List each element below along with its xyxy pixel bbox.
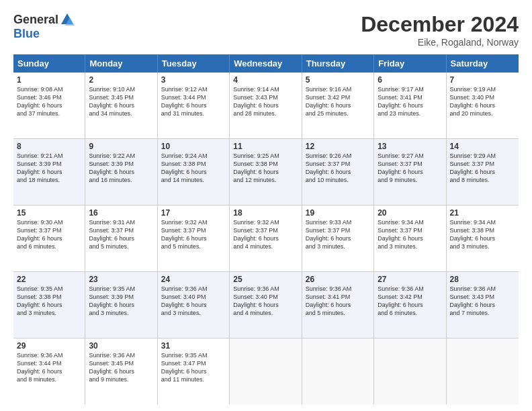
- cal-cell: 27Sunrise: 9:36 AMSunset: 3:42 PMDayligh…: [374, 272, 446, 338]
- cal-week-5: 29Sunrise: 9:36 AMSunset: 3:44 PMDayligh…: [13, 338, 519, 404]
- day-info: Sunrise: 9:31 AMSunset: 3:37 PMDaylight:…: [89, 218, 153, 251]
- day-number: 7: [450, 75, 515, 85]
- day-info: Sunrise: 9:16 AMSunset: 3:42 PMDaylight:…: [306, 85, 370, 118]
- day-info: Sunrise: 9:32 AMSunset: 3:37 PMDaylight:…: [161, 218, 226, 251]
- cal-week-3: 15Sunrise: 9:30 AMSunset: 3:37 PMDayligh…: [13, 205, 519, 272]
- cal-cell: 10Sunrise: 9:24 AMSunset: 3:38 PMDayligh…: [158, 139, 230, 205]
- day-info: Sunrise: 9:32 AMSunset: 3:37 PMDaylight:…: [233, 218, 298, 251]
- cal-cell: 21Sunrise: 9:34 AMSunset: 3:38 PMDayligh…: [447, 205, 519, 271]
- cal-cell: 12Sunrise: 9:26 AMSunset: 3:37 PMDayligh…: [302, 139, 374, 205]
- cal-cell: 20Sunrise: 9:34 AMSunset: 3:37 PMDayligh…: [374, 205, 446, 271]
- day-number: 27: [378, 275, 442, 284]
- cal-week-2: 8Sunrise: 9:21 AMSunset: 3:39 PMDaylight…: [13, 139, 519, 205]
- day-number: 3: [161, 75, 226, 85]
- day-info: Sunrise: 9:17 AMSunset: 3:41 PMDaylight:…: [378, 85, 442, 118]
- cal-header-saturday: Saturday: [447, 54, 519, 73]
- header: General Blue December 2024 Eike, Rogalan…: [13, 12, 519, 48]
- calendar: SundayMondayTuesdayWednesdayThursdayFrid…: [13, 54, 519, 404]
- cal-cell: 8Sunrise: 9:21 AMSunset: 3:39 PMDaylight…: [13, 139, 85, 205]
- logo: General Blue: [13, 12, 75, 41]
- day-info: Sunrise: 9:36 AMSunset: 3:40 PMDaylight:…: [233, 285, 298, 318]
- cal-header-monday: Monday: [85, 54, 157, 73]
- calendar-header-row: SundayMondayTuesdayWednesdayThursdayFrid…: [13, 54, 519, 73]
- day-info: Sunrise: 9:08 AMSunset: 3:46 PMDaylight:…: [17, 85, 81, 118]
- day-info: Sunrise: 9:34 AMSunset: 3:37 PMDaylight:…: [378, 218, 442, 251]
- cal-cell: 5Sunrise: 9:16 AMSunset: 3:42 PMDaylight…: [302, 73, 374, 138]
- cal-cell: 17Sunrise: 9:32 AMSunset: 3:37 PMDayligh…: [158, 205, 230, 271]
- day-info: Sunrise: 9:22 AMSunset: 3:39 PMDaylight:…: [89, 152, 153, 185]
- day-info: Sunrise: 9:29 AMSunset: 3:37 PMDaylight:…: [450, 152, 515, 185]
- cal-cell: 31Sunrise: 9:35 AMSunset: 3:47 PMDayligh…: [158, 338, 230, 404]
- day-info: Sunrise: 9:36 AMSunset: 3:43 PMDaylight:…: [450, 285, 515, 318]
- day-number: 13: [378, 142, 442, 151]
- location: Eike, Rogaland, Norway: [361, 37, 519, 48]
- day-number: 31: [161, 341, 226, 351]
- cal-cell: 30Sunrise: 9:36 AMSunset: 3:45 PMDayligh…: [85, 338, 157, 404]
- day-number: 2: [89, 75, 153, 85]
- day-number: 21: [450, 208, 515, 218]
- cal-cell: 22Sunrise: 9:35 AMSunset: 3:38 PMDayligh…: [13, 272, 85, 338]
- day-number: 16: [89, 208, 153, 218]
- day-info: Sunrise: 9:35 AMSunset: 3:38 PMDaylight:…: [17, 285, 81, 318]
- cal-cell: 19Sunrise: 9:33 AMSunset: 3:37 PMDayligh…: [302, 205, 374, 271]
- day-number: 18: [233, 208, 298, 218]
- day-info: Sunrise: 9:24 AMSunset: 3:38 PMDaylight:…: [161, 152, 226, 185]
- day-info: Sunrise: 9:36 AMSunset: 3:44 PMDaylight:…: [17, 351, 81, 384]
- cal-cell: 26Sunrise: 9:36 AMSunset: 3:41 PMDayligh…: [302, 272, 374, 338]
- day-number: 19: [306, 208, 370, 218]
- day-info: Sunrise: 9:33 AMSunset: 3:37 PMDaylight:…: [306, 218, 370, 251]
- cal-cell: 23Sunrise: 9:35 AMSunset: 3:39 PMDayligh…: [85, 272, 157, 338]
- day-info: Sunrise: 9:34 AMSunset: 3:38 PMDaylight:…: [450, 218, 515, 251]
- cal-cell: [447, 338, 519, 404]
- day-number: 9: [89, 142, 153, 151]
- day-number: 15: [17, 208, 81, 218]
- day-number: 8: [17, 142, 81, 151]
- day-info: Sunrise: 9:30 AMSunset: 3:37 PMDaylight:…: [17, 218, 81, 251]
- day-number: 26: [306, 275, 370, 284]
- day-number: 25: [233, 275, 298, 284]
- month-title: December 2024: [361, 12, 519, 37]
- day-number: 20: [378, 208, 442, 218]
- cal-cell: 14Sunrise: 9:29 AMSunset: 3:37 PMDayligh…: [447, 139, 519, 205]
- day-number: 14: [450, 142, 515, 151]
- day-number: 29: [17, 341, 81, 351]
- cal-cell: 9Sunrise: 9:22 AMSunset: 3:39 PMDaylight…: [85, 139, 157, 205]
- cal-header-friday: Friday: [374, 54, 446, 73]
- cal-week-4: 22Sunrise: 9:35 AMSunset: 3:38 PMDayligh…: [13, 272, 519, 338]
- cal-cell: 15Sunrise: 9:30 AMSunset: 3:37 PMDayligh…: [13, 205, 85, 271]
- day-number: 5: [306, 75, 370, 85]
- day-info: Sunrise: 9:36 AMSunset: 3:40 PMDaylight:…: [161, 285, 226, 318]
- cal-cell: 6Sunrise: 9:17 AMSunset: 3:41 PMDaylight…: [374, 73, 446, 138]
- cal-cell: 24Sunrise: 9:36 AMSunset: 3:40 PMDayligh…: [158, 272, 230, 338]
- cal-cell: 28Sunrise: 9:36 AMSunset: 3:43 PMDayligh…: [447, 272, 519, 338]
- cal-header-tuesday: Tuesday: [158, 54, 230, 73]
- day-info: Sunrise: 9:25 AMSunset: 3:38 PMDaylight:…: [233, 152, 298, 185]
- day-info: Sunrise: 9:10 AMSunset: 3:45 PMDaylight:…: [89, 85, 153, 118]
- cal-cell: [302, 338, 374, 404]
- day-number: 30: [89, 341, 153, 351]
- cal-cell: 1Sunrise: 9:08 AMSunset: 3:46 PMDaylight…: [13, 73, 85, 138]
- day-info: Sunrise: 9:36 AMSunset: 3:45 PMDaylight:…: [89, 351, 153, 384]
- cal-cell: [374, 338, 446, 404]
- day-info: Sunrise: 9:26 AMSunset: 3:37 PMDaylight:…: [306, 152, 370, 185]
- day-info: Sunrise: 9:36 AMSunset: 3:42 PMDaylight:…: [378, 285, 442, 318]
- cal-cell: [230, 338, 302, 404]
- cal-cell: 18Sunrise: 9:32 AMSunset: 3:37 PMDayligh…: [230, 205, 302, 271]
- day-info: Sunrise: 9:35 AMSunset: 3:47 PMDaylight:…: [161, 351, 226, 384]
- cal-cell: 29Sunrise: 9:36 AMSunset: 3:44 PMDayligh…: [13, 338, 85, 404]
- day-number: 6: [378, 75, 442, 85]
- day-info: Sunrise: 9:27 AMSunset: 3:37 PMDaylight:…: [378, 152, 442, 185]
- logo-general-text: General: [13, 13, 58, 27]
- title-block: December 2024 Eike, Rogaland, Norway: [361, 12, 519, 48]
- cal-cell: 11Sunrise: 9:25 AMSunset: 3:38 PMDayligh…: [230, 139, 302, 205]
- day-number: 24: [161, 275, 226, 284]
- page: General Blue December 2024 Eike, Rogalan…: [0, 0, 532, 411]
- day-number: 1: [17, 75, 81, 85]
- day-info: Sunrise: 9:12 AMSunset: 3:44 PMDaylight:…: [161, 85, 226, 118]
- cal-cell: 13Sunrise: 9:27 AMSunset: 3:37 PMDayligh…: [374, 139, 446, 205]
- cal-cell: 16Sunrise: 9:31 AMSunset: 3:37 PMDayligh…: [85, 205, 157, 271]
- day-info: Sunrise: 9:35 AMSunset: 3:39 PMDaylight:…: [89, 285, 153, 318]
- cal-header-thursday: Thursday: [302, 54, 374, 73]
- day-number: 12: [306, 142, 370, 151]
- cal-week-1: 1Sunrise: 9:08 AMSunset: 3:46 PMDaylight…: [13, 73, 519, 139]
